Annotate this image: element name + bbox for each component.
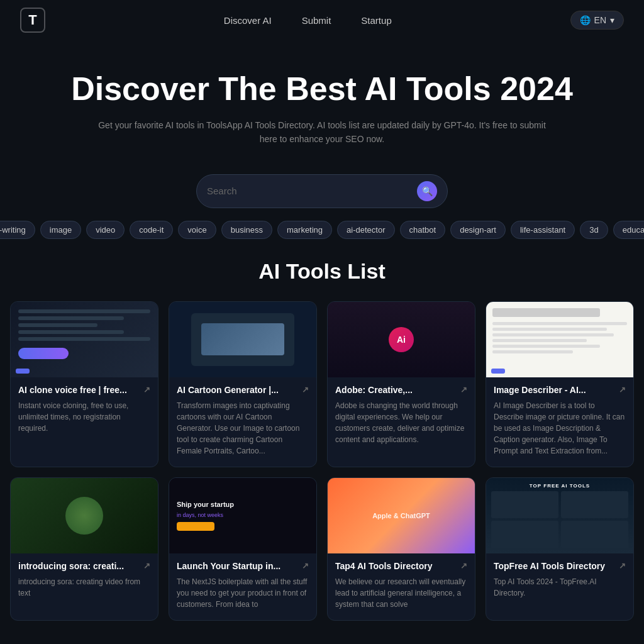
tool-title: AI clone voice free | free... bbox=[18, 385, 127, 395]
search-input[interactable] bbox=[207, 186, 417, 196]
startup-btn-sim bbox=[177, 522, 214, 531]
tool-description: We believe our research will eventually … bbox=[335, 576, 467, 610]
tool-card-imgdesc[interactable]: Image Describer - AI... ↗ AI Image Descr… bbox=[486, 301, 634, 467]
tool-thumb-sora bbox=[11, 478, 158, 553]
tool-card-cartoon[interactable]: AI Cartoon Generator |... ↗ Transform im… bbox=[169, 301, 317, 467]
external-link-icon: ↗ bbox=[302, 561, 309, 570]
search-bar: 🔍 bbox=[196, 174, 448, 208]
external-link-icon: ↗ bbox=[302, 385, 309, 394]
search-button[interactable]: 🔍 bbox=[417, 181, 437, 201]
external-link-icon: ↗ bbox=[460, 385, 467, 394]
external-link-icon: ↗ bbox=[460, 561, 467, 570]
hero-title: Discover The Best AI Tools 2024 bbox=[20, 70, 624, 108]
external-link-icon: ↗ bbox=[619, 385, 626, 394]
tag-ai-detector[interactable]: ai-detector bbox=[337, 221, 394, 239]
tap4-visual-text: Apple & ChatGPT bbox=[372, 512, 430, 519]
sora-visual bbox=[65, 497, 103, 535]
tool-description: AI Image Describer is a tool to Describe… bbox=[494, 400, 626, 457]
tag-code-it[interactable]: code-it bbox=[130, 221, 173, 239]
tool-thumb-cartoon bbox=[169, 302, 316, 377]
tag-voice[interactable]: voice bbox=[178, 221, 216, 239]
tools-grid: AI clone voice free | free... ↗ Instant … bbox=[0, 301, 644, 641]
tag-life-assistant[interactable]: life-assistant bbox=[511, 221, 575, 239]
tool-thumb-adobe: Ai bbox=[328, 302, 475, 377]
tag-marketing[interactable]: marketing bbox=[277, 221, 332, 239]
tool-card-startup[interactable]: Ship your startup in days, not weeks Lau… bbox=[169, 477, 317, 621]
tag-3d[interactable]: 3d bbox=[580, 221, 608, 239]
tool-title: AI Cartoon Generator |... bbox=[177, 385, 279, 395]
tool-thumb-tap4: Apple & ChatGPT bbox=[328, 478, 475, 553]
hero-subtitle: Get your favorite AI tools in ToolsApp A… bbox=[89, 118, 555, 147]
hero-section: Discover The Best AI Tools 2024 Get your… bbox=[0, 40, 644, 157]
chevron-down-icon: ▾ bbox=[610, 15, 614, 25]
tool-badge bbox=[491, 369, 505, 374]
external-link-icon: ↗ bbox=[143, 385, 150, 394]
search-icon: 🔍 bbox=[422, 186, 433, 196]
tool-title: Launch Your Startup in... bbox=[177, 561, 280, 571]
lang-code: EN bbox=[594, 15, 606, 25]
tag-image[interactable]: image bbox=[40, 221, 81, 239]
navbar: T Discover AI Submit Startup 🌐 EN ▾ bbox=[0, 0, 644, 40]
logo[interactable]: T bbox=[20, 8, 45, 33]
tool-thumb-startup: Ship your startup in days, not weeks bbox=[169, 478, 316, 553]
tool-description: Transform images into captivating cartoo… bbox=[177, 400, 309, 457]
tag-list: text-writing image video code-it voice b… bbox=[0, 221, 644, 239]
tool-title: Image Describer - AI... bbox=[494, 385, 586, 395]
tool-title: introducing sora: creati... bbox=[18, 561, 124, 571]
nav-startup[interactable]: Startup bbox=[361, 15, 391, 26]
adobe-logo: Ai bbox=[389, 327, 414, 352]
tool-badge bbox=[16, 369, 30, 374]
tool-description: Instant voice cloning, free to use, unli… bbox=[18, 400, 150, 434]
tag-business[interactable]: business bbox=[221, 221, 272, 239]
tool-card-tap4[interactable]: Apple & ChatGPT Tap4 AI Tools Directory … bbox=[327, 477, 475, 621]
topfree-header-text: TOP FREE AI TOOLS bbox=[491, 483, 628, 489]
tool-card-adobe[interactable]: Ai Adobe: Creative,... ↗ Adobe is changi… bbox=[327, 301, 475, 467]
tag-design-art[interactable]: design-art bbox=[450, 221, 506, 239]
tool-description: introducing sora: creating video from te… bbox=[18, 576, 150, 599]
external-link-icon: ↗ bbox=[143, 561, 150, 570]
tool-description: The NextJS boilerplate with all the stuf… bbox=[177, 576, 309, 610]
section-title: AI Tools List bbox=[0, 259, 644, 284]
nav-links: Discover AI Submit Startup bbox=[224, 15, 392, 26]
tool-thumb-imgdesc bbox=[486, 302, 633, 377]
tool-description: Top AI Tools 2024 - TopFree.AI Directory… bbox=[494, 576, 626, 599]
globe-icon: 🌐 bbox=[580, 15, 591, 25]
external-link-icon: ↗ bbox=[619, 561, 626, 570]
nav-discover[interactable]: Discover AI bbox=[224, 15, 272, 26]
tool-thumb-voice bbox=[11, 302, 158, 377]
nav-submit[interactable]: Submit bbox=[302, 15, 331, 26]
tool-description: Adobe is changing the world through digi… bbox=[335, 400, 467, 445]
tool-title: TopFree AI Tools Directory bbox=[494, 561, 605, 571]
language-selector[interactable]: 🌐 EN ▾ bbox=[570, 11, 624, 30]
tool-card-sora[interactable]: introducing sora: creati... ↗ introducin… bbox=[10, 477, 158, 621]
tool-title: Adobe: Creative,... bbox=[335, 385, 413, 395]
tool-card-topfree[interactable]: TOP FREE AI TOOLS TopFree AI Tools Direc… bbox=[486, 477, 634, 621]
tool-title: Tap4 AI Tools Directory bbox=[335, 561, 433, 571]
tool-thumb-topfree: TOP FREE AI TOOLS bbox=[486, 478, 633, 553]
tag-education[interactable]: education bbox=[613, 221, 644, 239]
tag-video[interactable]: video bbox=[86, 221, 125, 239]
tag-chatbot[interactable]: chatbot bbox=[400, 221, 446, 239]
tag-text-writing[interactable]: text-writing bbox=[0, 221, 35, 239]
tool-card-voice[interactable]: AI clone voice free | free... ↗ Instant … bbox=[10, 301, 158, 467]
